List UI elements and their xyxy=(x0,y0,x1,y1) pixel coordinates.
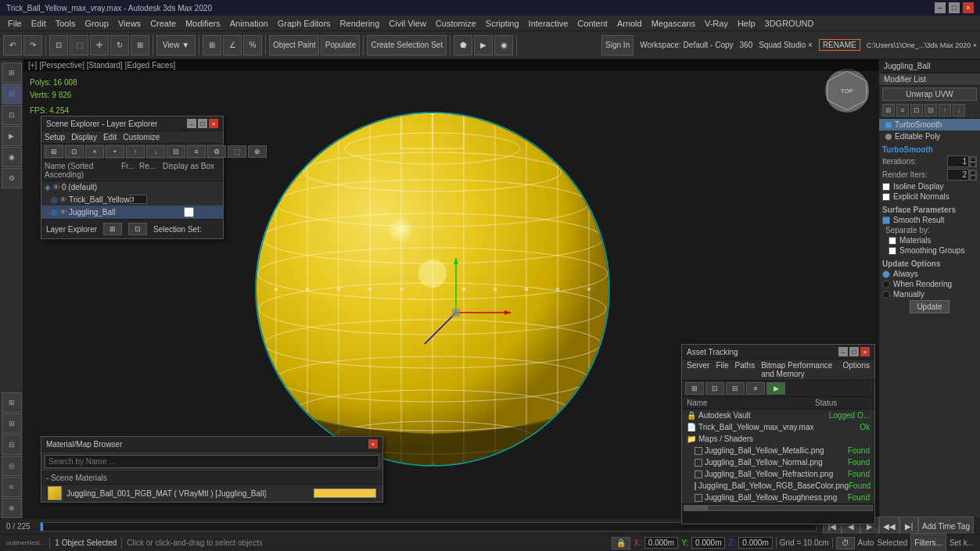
at-row-0[interactable]: 🔒 Autodesk Vault Logged O... xyxy=(682,410,874,421)
lock-button[interactable]: 🔒 xyxy=(612,537,630,549)
filter-button[interactable]: Filters... xyxy=(910,533,946,552)
at-row-folder[interactable]: 📁 Maps / Shaders xyxy=(682,433,874,445)
move-button[interactable]: ✛ xyxy=(90,35,109,55)
scene-explorer-restore[interactable]: □ xyxy=(198,119,207,128)
active-shade-button[interactable]: ◉ xyxy=(494,35,513,55)
at-row-refraction[interactable]: Juggling_Ball_Yellow_Refraction.png Foun… xyxy=(682,468,874,480)
time-settings-button[interactable]: ⏱ xyxy=(836,537,855,549)
at-restore[interactable]: □ xyxy=(849,347,859,356)
undo-button[interactable]: ↶ xyxy=(3,35,22,55)
render-iters-up[interactable]: ▲ xyxy=(969,170,977,175)
unwrap-uvw-button[interactable]: Unwrap UVW xyxy=(882,88,977,101)
select-button[interactable]: ⊡ xyxy=(49,35,68,55)
mod-icon-4[interactable]: ⊟ xyxy=(924,104,937,116)
angle-snap-button[interactable]: ∠ xyxy=(223,35,242,55)
mat-browser-close[interactable]: × xyxy=(368,439,378,449)
at-row-basecolor[interactable]: Juggling_Ball_Yellow_RGB_BaseColor.png F… xyxy=(682,480,874,492)
always-radio[interactable] xyxy=(882,270,890,278)
render-iters-input[interactable] xyxy=(947,169,969,181)
at-scrollbar[interactable] xyxy=(684,505,873,511)
menu-rendering[interactable]: Rendering xyxy=(336,16,385,31)
menu-3dground[interactable]: 3DGROUND xyxy=(760,16,819,31)
at-menu-file[interactable]: File xyxy=(716,361,728,378)
minimize-button[interactable]: – xyxy=(935,2,946,13)
iterations-input[interactable] xyxy=(947,156,969,167)
mod-icon-6[interactable]: ↓ xyxy=(953,104,965,116)
mat-scene-materials-header[interactable]: - Scene Materials xyxy=(41,472,382,485)
at-row-metallic[interactable]: Juggling_Ball_Yellow_Metallic.png Found xyxy=(682,445,874,456)
menu-megascans[interactable]: Megascans xyxy=(647,16,700,31)
se-tb-btn-6[interactable]: ↓ xyxy=(146,145,165,158)
sidebar-extra-6[interactable]: ⊕ xyxy=(2,498,22,518)
at-row-1[interactable]: 📄 Trick_Ball_Yellow_max_vray.max Ok xyxy=(682,421,874,433)
iterations-spinner[interactable]: ▲ ▼ xyxy=(947,156,977,167)
close-button[interactable]: × xyxy=(963,2,974,13)
menu-group[interactable]: Group xyxy=(80,16,113,31)
menu-tools[interactable]: Tools xyxy=(51,16,81,31)
object-paint-button[interactable]: Object Paint xyxy=(269,35,319,55)
menu-help[interactable]: Help xyxy=(733,16,760,31)
at-row-normal[interactable]: Juggling_Ball_Yellow_Normal.png Found xyxy=(682,456,874,468)
menu-graph-editors[interactable]: Graph Editors xyxy=(273,16,336,31)
update-button[interactable]: Update xyxy=(910,300,949,313)
menu-modifiers[interactable]: Modifiers xyxy=(181,16,225,31)
menu-create[interactable]: Create xyxy=(145,16,181,31)
iterations-down[interactable]: ▼ xyxy=(969,162,977,167)
sidebar-create[interactable]: ⊞ xyxy=(2,63,22,83)
mat-browser-titlebar[interactable]: Material/Map Browser × xyxy=(41,437,382,452)
rotate-button[interactable]: ↻ xyxy=(110,35,129,55)
sidebar-extra-3[interactable]: ⊟ xyxy=(2,435,22,455)
mod-icon-1[interactable]: ⊞ xyxy=(882,104,895,116)
se-tb-btn-1[interactable]: ⊞ xyxy=(45,145,63,158)
sidebar-extra-2[interactable]: ⊞ xyxy=(2,413,22,434)
at-close[interactable]: × xyxy=(860,347,870,356)
view-dropdown[interactable]: View ▼ xyxy=(156,35,196,55)
asset-tracking-titlebar[interactable]: Asset Tracking – □ × xyxy=(682,345,874,360)
se-tb-btn-9[interactable]: ⚙ xyxy=(207,145,226,158)
redo-button[interactable]: ↷ xyxy=(23,35,42,55)
se-tb-btn-2[interactable]: ⊡ xyxy=(65,145,84,158)
modifier-editable-poly[interactable]: Editable Poly xyxy=(879,131,980,142)
at-tb-btn-1[interactable]: ⊞ xyxy=(685,382,704,395)
smooth-result-checkbox[interactable] xyxy=(882,216,890,224)
create-selection-set-button[interactable]: Create Selection Set xyxy=(367,35,447,55)
at-menu-options[interactable]: Options xyxy=(843,361,870,378)
iterations-up[interactable]: ▲ xyxy=(969,156,977,162)
at-tb-btn-3[interactable]: ⊟ xyxy=(726,382,745,395)
viewport-nav-cube[interactable]: TOP xyxy=(824,67,871,114)
mod-icon-2[interactable]: ≡ xyxy=(896,104,909,116)
se-menu-setup[interactable]: Setup xyxy=(45,133,65,141)
sidebar-hierarchy[interactable]: ⊡ xyxy=(2,105,22,125)
percent-snap-button[interactable]: % xyxy=(243,35,262,55)
menu-scripting[interactable]: Scripting xyxy=(481,16,524,31)
sign-in-button[interactable]: Sign In xyxy=(601,35,634,55)
sidebar-extra-1[interactable]: ⊞ xyxy=(2,392,22,413)
sidebar-modify[interactable]: ⊟ xyxy=(2,84,22,104)
se-tb-btn-3[interactable]: × xyxy=(85,145,104,158)
select-region-button[interactable]: ⬚ xyxy=(70,35,88,55)
materials-checkbox[interactable] xyxy=(888,237,896,245)
sidebar-extra-5[interactable]: ≡ xyxy=(2,477,22,497)
se-tb-btn-7[interactable]: ⊟ xyxy=(167,145,185,158)
se-row-0[interactable]: ◈ 👁 0 (default) xyxy=(41,181,223,193)
sidebar-display[interactable]: ◉ xyxy=(2,147,22,167)
explicit-normals-checkbox[interactable] xyxy=(882,193,890,201)
snap-button[interactable]: ⊞ xyxy=(203,35,221,55)
se-bottom-btn-1[interactable]: ⊞ xyxy=(103,223,122,235)
se-row-1-fr-input[interactable] xyxy=(130,195,147,204)
se-tb-btn-11[interactable]: ⊕ xyxy=(248,145,267,158)
se-tb-btn-4[interactable]: + xyxy=(106,145,124,158)
at-menu-server[interactable]: Server xyxy=(687,361,709,378)
when-rendering-radio[interactable] xyxy=(882,281,890,288)
scene-explorer-minimize[interactable]: – xyxy=(187,119,196,128)
se-tb-btn-10[interactable]: ⬚ xyxy=(228,145,246,158)
render-iters-down[interactable]: ▼ xyxy=(969,175,977,181)
se-menu-display[interactable]: Display xyxy=(71,133,97,141)
render-button[interactable]: ▶ xyxy=(474,35,493,55)
mod-icon-5[interactable]: ↑ xyxy=(939,104,951,116)
se-menu-edit[interactable]: Edit xyxy=(103,133,117,141)
rename-label[interactable]: RENAME xyxy=(819,39,860,51)
menu-customize[interactable]: Customize xyxy=(431,16,481,31)
isoline-checkbox[interactable] xyxy=(882,183,890,191)
sidebar-motion[interactable]: ▶ xyxy=(2,126,22,146)
